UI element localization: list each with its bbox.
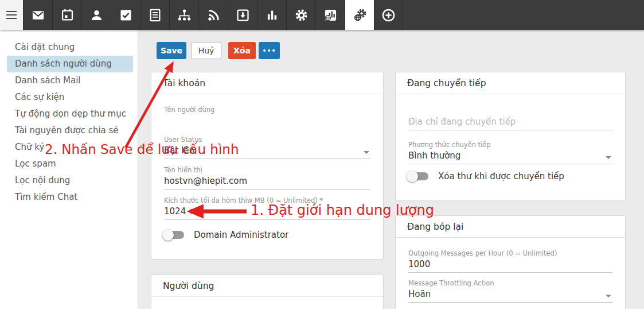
sidebar-item-mail-list[interactable]: Danh sách Mail — [7, 72, 133, 89]
top-toolbar — [0, 0, 644, 30]
archive-icon[interactable] — [228, 0, 257, 30]
mailbox-quota-field[interactable]: Kích thước tối đa hòm thiw MB (0 = Unlim… — [164, 196, 370, 220]
sidebar-item-spam-filter[interactable]: Lọc spam — [7, 156, 133, 172]
domain-statistics-icon[interactable] — [315, 0, 345, 30]
tasks-icon[interactable] — [111, 0, 140, 30]
sidebar-item-folder-cleanup[interactable]: Tự động dọn dẹp thư mục — [7, 106, 133, 122]
forwarding-method-label: Phương thức chuyển tiếp — [408, 141, 612, 149]
forwarding-method-value[interactable]: Bình thường — [408, 149, 612, 164]
outgoing-messages-label: Outgoing Messages per Hour (0 = Unlimite… — [408, 249, 612, 257]
chevron-down-icon — [606, 295, 611, 298]
mail-icon[interactable] — [23, 0, 52, 30]
settings-sidebar: Cài đặt chung Danh sách người dùng Danh … — [0, 30, 138, 309]
mailbox-quota-value[interactable]: 1024 — [164, 204, 370, 220]
outgoing-messages-value[interactable]: 1000 — [408, 257, 612, 273]
user-status-label: User Status — [164, 136, 370, 144]
toggle-off-icon[interactable] — [408, 172, 428, 180]
chevron-down-icon — [606, 156, 611, 159]
username-field[interactable]: Tên người dùng — [164, 106, 370, 114]
domain-settings-icon[interactable] — [345, 0, 374, 30]
throttling-card: Đang bóp lại Outgoing Messages per Hour … — [395, 215, 626, 309]
users-card: Người dùng — [151, 275, 384, 309]
delete-on-forward-toggle[interactable]: Xóa thư khi được chuyển tiếp — [408, 171, 564, 181]
forwarding-card-title: Đang chuyển tiếp — [396, 72, 625, 94]
settings-icon[interactable] — [286, 0, 315, 30]
throttling-action-label: Message Throttling Action — [408, 279, 612, 287]
user-status-select[interactable]: User Status Bật lên — [164, 136, 370, 159]
mailbox-quota-label: Kích thước tối đa hòm thiw MB (0 = Unlim… — [164, 196, 370, 204]
sidebar-item-general[interactable]: Cài đặt chung — [7, 39, 133, 56]
sidebar-item-shared-resources[interactable]: Tài nguyên được chia sẻ — [7, 122, 133, 139]
cancel-button[interactable]: Huỷ — [191, 42, 221, 59]
sidebar-item-chat-search[interactable]: Tìm kiếm Chat — [7, 189, 133, 206]
contacts-icon[interactable] — [81, 0, 111, 30]
sidebar-item-signature[interactable]: Chữ ký — [7, 139, 133, 156]
domain-admin-toggle-label: Domain Administrator — [194, 230, 288, 240]
mail-admin-window: Cài đặt chung Danh sách người dùng Danh … — [0, 0, 644, 309]
notes-icon[interactable] — [140, 0, 169, 30]
distribution-lists-icon[interactable] — [169, 0, 198, 30]
toggle-off-icon[interactable] — [164, 231, 184, 239]
display-name-value[interactable]: hostvn@hiepit.com — [164, 174, 370, 190]
throttling-action-value[interactable]: Hoãn — [408, 287, 612, 303]
account-card-title: Tài khoản — [151, 72, 383, 94]
add-icon[interactable] — [374, 0, 403, 30]
forwarding-address-placeholder[interactable]: Địa chỉ đang chuyển tiếp — [408, 115, 612, 130]
save-button[interactable]: Save — [157, 42, 186, 59]
forwarding-card: Đang chuyển tiếp Địa chỉ đang chuyển tiế… — [395, 72, 626, 201]
user-status-value[interactable]: Bật lên — [164, 144, 370, 159]
account-card: Tài khoản Tên người dùng User Status Bật… — [151, 72, 384, 260]
delete-button[interactable]: Xóa — [228, 42, 256, 59]
forwarding-address-input[interactable]: Địa chỉ đang chuyển tiếp — [408, 115, 612, 130]
throttling-card-title: Đang bóp lại — [396, 216, 625, 238]
forwarding-method-select[interactable]: Phương thức chuyển tiếp Bình thường — [408, 141, 612, 164]
users-card-title: Người dùng — [151, 275, 383, 297]
display-name-label: Tên hiển thị — [164, 166, 370, 174]
delete-on-forward-toggle-label: Xóa thư khi được chuyển tiếp — [438, 171, 564, 181]
sidebar-item-user-list[interactable]: Danh sách người dùng — [7, 56, 133, 72]
more-actions-button[interactable]: ••• — [259, 42, 280, 59]
sidebar-item-events[interactable]: Các sự kiện — [7, 89, 133, 106]
outgoing-messages-field[interactable]: Outgoing Messages per Hour (0 = Unlimite… — [408, 249, 612, 273]
domain-admin-toggle[interactable]: Domain Administrator — [164, 230, 288, 240]
statistics-icon[interactable] — [257, 0, 286, 30]
main-content: Save Huỷ Xóa ••• Tài khoản Tên người dùn… — [138, 30, 644, 309]
display-name-field[interactable]: Tên hiển thị hostvn@hiepit.com — [164, 166, 370, 190]
chevron-down-icon — [364, 151, 369, 154]
sidebar-item-content-filter[interactable]: Lọc nội dung — [7, 172, 133, 189]
throttling-action-select[interactable]: Message Throttling Action Hoãn — [408, 279, 612, 303]
username-label: Tên người dùng — [164, 106, 370, 114]
calendar-icon[interactable] — [52, 0, 81, 30]
hamburger-menu-icon[interactable] — [0, 0, 23, 30]
feeds-icon[interactable] — [198, 0, 228, 30]
